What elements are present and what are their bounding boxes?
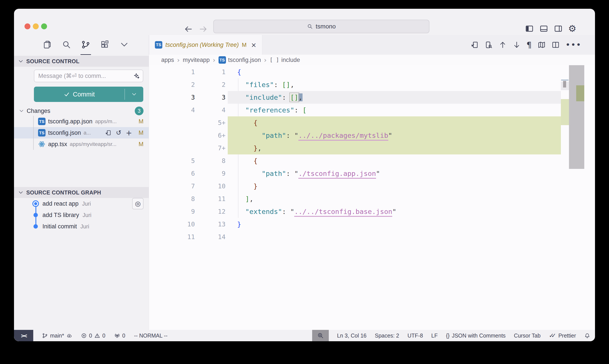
activity-bar-item-extensions[interactable] — [100, 35, 110, 55]
original-line-number: 4 — [149, 106, 195, 114]
more-actions-icon[interactable]: ••• — [566, 41, 582, 49]
code-line[interactable]: 58 { — [149, 155, 561, 167]
code-line[interactable]: 5+ { — [149, 116, 561, 129]
notifications-bell[interactable] — [584, 333, 590, 339]
zoom-window-button[interactable] — [41, 23, 47, 29]
commit-row[interactable]: Initial commitJuri — [14, 221, 149, 232]
tree-indent-guide — [33, 116, 34, 150]
minimap[interactable] — [561, 65, 569, 330]
code-line[interactable]: 6+ "path": "../../packages/mytslib" — [149, 129, 561, 142]
copilot-sparkle-icon[interactable] — [133, 73, 140, 79]
commit-author: Juri — [83, 212, 91, 218]
activity-bar-item-source-control[interactable] — [80, 35, 91, 55]
code-line[interactable]: 1013} — [149, 218, 561, 231]
source-control-graph-header[interactable]: SOURCE CONTROL GRAPH — [14, 187, 149, 198]
inline-view-icon[interactable] — [485, 41, 493, 49]
previous-change-icon[interactable] — [499, 41, 507, 49]
settings-gear-icon[interactable]: ⚙ — [568, 24, 576, 33]
ports-indicator[interactable]: 0 — [114, 333, 125, 339]
bell-icon — [584, 333, 590, 339]
file-status-modified: M — [139, 118, 144, 125]
code-line[interactable]: 11{ — [149, 66, 561, 78]
activity-bar-item-explorer[interactable] — [42, 35, 52, 55]
commit-message: add TS library — [42, 212, 79, 219]
open-file-icon[interactable] — [105, 130, 112, 136]
vim-mode-indicator[interactable]: -- NORMAL -- — [134, 333, 168, 339]
activity-bar-item-search[interactable] — [61, 35, 72, 55]
extensions-icon — [100, 40, 110, 50]
code-text: "files": [], — [226, 81, 294, 89]
code-line[interactable]: 1114 — [149, 231, 561, 243]
open-changes-icon[interactable] — [470, 41, 479, 49]
ts-file-icon: TS — [38, 129, 46, 136]
close-window-button[interactable] — [25, 23, 30, 29]
code-line[interactable]: 69 "path": "./tsconfig.app.json" — [149, 167, 561, 180]
minimize-window-button[interactable] — [33, 23, 39, 29]
checkout-target-button[interactable]: ◎ — [132, 198, 143, 209]
code-line[interactable]: 44 "references": [ — [149, 104, 561, 116]
code-text: "include": [], — [226, 93, 302, 101]
next-change-icon[interactable] — [513, 41, 521, 49]
error-count: 0 — [89, 333, 92, 339]
original-line-number: 5 — [149, 157, 195, 165]
whitespace-icon[interactable]: ¶ — [527, 41, 532, 49]
breadcrumb-item-tsconfig-json[interactable]: TStsconfig.json — [219, 56, 261, 64]
layout-sidebar-left-icon[interactable] — [525, 24, 534, 33]
cursor-tab-indicator[interactable]: Cursor Tab — [514, 333, 541, 339]
breadcrumb-item-apps[interactable]: apps — [161, 57, 174, 64]
commit-message-input[interactable] — [34, 70, 143, 82]
vertical-scrollbar[interactable] — [569, 65, 584, 169]
encoding-indicator[interactable]: UTF-8 — [408, 333, 423, 339]
code-line[interactable]: 912 "extends": "../../tsconfig.base.json… — [149, 205, 561, 218]
formatter-indicator[interactable]: ✓✓ Prettier — [549, 332, 576, 339]
activity-bar-item-chevron-down[interactable] — [119, 35, 130, 55]
history-back-button[interactable] — [184, 25, 193, 34]
breadcrumb-item-include[interactable]: [ ]include — [270, 57, 300, 64]
source-control-header[interactable]: SOURCE CONTROL — [14, 56, 149, 67]
screencast-zoom-indicator[interactable] — [312, 330, 329, 341]
cursor-position-indicator[interactable]: Ln 3, Col 16 — [337, 333, 367, 339]
file-status-modified: M — [139, 141, 144, 148]
breadcrumb-item-myviteapp[interactable]: myviteapp — [183, 57, 210, 64]
breadcrumb-separator: › — [213, 56, 216, 64]
code-line[interactable]: 7+ }, — [149, 142, 561, 155]
modified-line-number: 3 — [195, 94, 226, 101]
code-line[interactable]: 811 ], — [149, 193, 561, 205]
original-line-number: 6 — [149, 170, 195, 177]
remote-indicator-button[interactable]: >< — [14, 330, 33, 341]
code-line[interactable]: 22 "files": [], — [149, 78, 561, 91]
history-forward-button[interactable] — [199, 25, 208, 34]
commit-dropdown-button[interactable] — [125, 87, 143, 102]
commit-button[interactable]: Commit — [34, 87, 143, 102]
commit-author: Juri — [82, 201, 91, 207]
changed-file-row[interactable]: TStsconfig.app.jsonapps/m...M — [14, 116, 149, 127]
split-editor-icon[interactable] — [551, 41, 560, 49]
chevron-down-icon — [18, 190, 24, 195]
layout-sidebar-right-icon[interactable] — [554, 24, 563, 33]
tab-modified-badge: M — [242, 41, 247, 48]
language-mode-indicator[interactable]: {} JSON with Comments — [446, 333, 506, 339]
changed-file-row[interactable]: app.tsxapps/myviteapp/sr...M — [14, 139, 149, 150]
code-line[interactable]: 710 } — [149, 180, 561, 193]
changed-file-row[interactable]: TStsconfig.jsona...↺+M — [14, 127, 149, 139]
changes-count-badge: 3 — [135, 106, 143, 115]
problems-indicator[interactable]: 0 0 — [81, 333, 105, 339]
broadcast-icon — [114, 333, 120, 339]
branch-indicator[interactable]: main* — [42, 333, 72, 339]
editor-toolbar: ¶••• — [470, 35, 595, 55]
commit-row[interactable]: add react appJuri◎ — [14, 198, 149, 209]
commit-button-label: Commit — [73, 91, 95, 98]
tab-tsconfig-working-tree[interactable]: TS tsconfig.json (Working Tree) M × — [149, 35, 262, 55]
command-center-search[interactable]: tsmono — [213, 20, 429, 33]
close-tab-icon[interactable]: × — [251, 41, 256, 49]
code-text: "path": "../../packages/mytslib" — [226, 131, 392, 139]
eol-indicator[interactable]: LF — [431, 333, 438, 339]
commit-row[interactable]: add TS libraryJuri — [14, 209, 149, 221]
layout-panel-icon[interactable] — [539, 24, 548, 33]
indentation-indicator[interactable]: Spaces: 2 — [375, 333, 399, 339]
code-line[interactable]: 33 "include": [], — [149, 91, 561, 104]
map-icon[interactable] — [537, 41, 546, 49]
code-editor[interactable]: 11{22 "files": [],33 "include": [],44 "r… — [149, 65, 595, 330]
discard-icon[interactable]: ↺ — [116, 130, 121, 136]
changes-section-header[interactable]: Changes 3 — [14, 106, 149, 116]
